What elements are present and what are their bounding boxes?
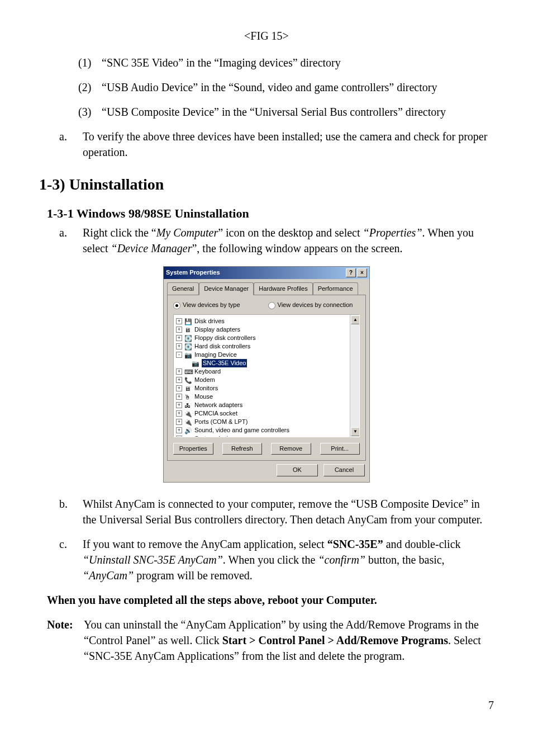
- step-a-verify: a. To verify the above three devices hav…: [39, 129, 494, 160]
- expand-icon[interactable]: +: [176, 343, 182, 349]
- device-icon: 💽: [184, 334, 192, 341]
- step-letter: b.: [59, 496, 83, 527]
- scroll-up-icon[interactable]: ▲: [351, 315, 360, 324]
- expand-icon[interactable]: +: [176, 436, 182, 437]
- step-letter: a.: [59, 129, 83, 160]
- help-button[interactable]: ?: [346, 268, 356, 277]
- text-fragment: button, the basic,: [365, 554, 445, 566]
- tab-hardware-profiles[interactable]: Hardware Profiles: [254, 282, 312, 295]
- tree-item[interactable]: +🔌PCMCIA socket: [176, 409, 357, 418]
- tree-label: Mouse: [194, 393, 213, 401]
- completed-note: When you have completed all the steps ab…: [47, 592, 494, 608]
- list-item-3: (3) “USB Composite Device” in the “Unive…: [39, 104, 494, 120]
- cancel-button[interactable]: Cancel: [323, 464, 365, 476]
- tree-item[interactable]: +🔊Sound, video and game controllers: [176, 426, 357, 434]
- tree-label: System devices: [194, 434, 237, 437]
- step-text: Whilst AnyCam is connected to your compu…: [83, 496, 494, 527]
- print-button[interactable]: Print...: [320, 443, 360, 455]
- radio-icon: [268, 302, 275, 309]
- text-fragment: Right click the “: [83, 226, 156, 239]
- tree-label: Network adapters: [194, 401, 242, 409]
- list-number: (3): [78, 104, 102, 120]
- tree-item-selected[interactable]: 📷SNC-35E Video: [176, 359, 357, 367]
- expand-icon[interactable]: +: [176, 318, 182, 324]
- tree-item[interactable]: +🖧Network adapters: [176, 401, 357, 409]
- expand-icon[interactable]: +: [176, 368, 182, 375]
- tree-item[interactable]: +📞Modem: [176, 376, 357, 384]
- tree-item[interactable]: +🔌Ports (COM & LPT): [176, 418, 357, 426]
- tree-item[interactable]: +⌨Keyboard: [176, 367, 357, 376]
- list-number: (1): [78, 55, 102, 70]
- device-icon: 🔌: [184, 418, 192, 425]
- text-fragment: If you want to remove the AnyCam applica…: [83, 538, 327, 550]
- text-fragment: ” icon on the desktop and select: [218, 226, 363, 239]
- tree-label: Imaging Device: [194, 351, 237, 359]
- tree-item[interactable]: +🖥Display adapters: [176, 325, 357, 334]
- text-fragment: ”, the following window appears on the s…: [192, 242, 402, 254]
- device-icon: 🖧: [184, 401, 192, 408]
- italic-text: “confirm”: [318, 554, 365, 566]
- device-icon: 🔊: [184, 427, 192, 433]
- ok-button[interactable]: OK: [277, 464, 318, 476]
- dialog-bottom-buttons: OK Cancel: [164, 464, 369, 481]
- view-radios: View devices by type View devices by con…: [173, 301, 360, 309]
- expand-icon[interactable]: +: [176, 335, 182, 341]
- scrollbar[interactable]: ▲ ▼: [350, 315, 359, 437]
- close-button[interactable]: ×: [357, 268, 367, 277]
- tree-label: Disk drives: [194, 317, 225, 325]
- step-text: Right click the “My Computer” icon on th…: [83, 225, 494, 256]
- tree-item[interactable]: +💾Disk drives: [176, 317, 357, 325]
- radio-label: View devices by connection: [278, 301, 353, 309]
- italic-text: My Computer: [156, 226, 218, 239]
- system-properties-dialog: System Properties ? × General Device Man…: [163, 266, 370, 483]
- expand-icon[interactable]: +: [176, 410, 182, 417]
- device-tree[interactable]: +💾Disk drives +🖥Display adapters +💽Flopp…: [176, 317, 357, 437]
- device-icon: 📷: [192, 360, 199, 366]
- device-icon: 🖱: [184, 393, 192, 400]
- tab-performance[interactable]: Performance: [313, 282, 358, 295]
- text-fragment: program will be removed.: [134, 569, 253, 582]
- radio-by-type[interactable]: View devices by type: [173, 301, 240, 309]
- properties-button[interactable]: Properties: [173, 443, 213, 455]
- bold-text: “SNC-35E”: [327, 538, 383, 550]
- device-icon: ⌨: [184, 368, 192, 375]
- step-letter: c.: [59, 536, 83, 583]
- expand-icon[interactable]: +: [176, 402, 182, 408]
- tree-label: Sound, video and game controllers: [194, 426, 289, 434]
- tree-item[interactable]: +🖥Monitors: [176, 384, 357, 393]
- tree-item[interactable]: +💽Hard disk controllers: [176, 342, 357, 351]
- expand-icon[interactable]: +: [176, 394, 182, 400]
- expand-icon[interactable]: +: [176, 427, 182, 433]
- device-icon: 📞: [184, 376, 192, 383]
- tree-label: PCMCIA socket: [194, 409, 237, 418]
- collapse-icon[interactable]: -: [176, 352, 182, 358]
- radio-label: View devices by type: [183, 301, 240, 309]
- text-fragment: and double-click: [383, 538, 461, 550]
- tree-item[interactable]: +💽Floppy disk controllers: [176, 334, 357, 342]
- step-a: a. Right click the “My Computer” icon on…: [39, 225, 494, 256]
- remove-button[interactable]: Remove: [271, 443, 311, 455]
- expand-icon[interactable]: +: [176, 327, 182, 333]
- tab-general[interactable]: General: [167, 282, 199, 295]
- expand-icon[interactable]: +: [176, 377, 182, 383]
- note: Note: You can uninstall the “AnyCam Appl…: [39, 617, 494, 664]
- expand-icon[interactable]: +: [176, 419, 182, 425]
- refresh-button[interactable]: Refresh: [222, 443, 263, 455]
- scroll-down-icon[interactable]: ▼: [351, 427, 360, 436]
- tab-strip: General Device Manager Hardware Profiles…: [164, 279, 369, 295]
- section-heading: 1-3) Uninstallation: [39, 173, 494, 195]
- tree-item[interactable]: +💻System devices: [176, 434, 357, 437]
- tab-device-manager[interactable]: Device Manager: [199, 282, 254, 295]
- step-b: b. Whilst AnyCam is connected to your co…: [39, 496, 494, 527]
- dialog-titlebar: System Properties ? ×: [164, 267, 369, 279]
- step-text: If you want to remove the AnyCam applica…: [83, 536, 494, 583]
- italic-text: “AnyCam”: [83, 569, 134, 582]
- list-text: “USB Composite Device” in the “Universal…: [102, 104, 494, 120]
- list-number: (2): [78, 79, 102, 95]
- tree-item[interactable]: -📷Imaging Device: [176, 351, 357, 359]
- radio-by-connection[interactable]: View devices by connection: [268, 301, 353, 309]
- tree-label: SNC-35E Video: [202, 359, 247, 367]
- tree-item[interactable]: +🖱Mouse: [176, 393, 357, 401]
- figure-label: <FIG 15>: [39, 28, 494, 44]
- expand-icon[interactable]: +: [176, 385, 182, 391]
